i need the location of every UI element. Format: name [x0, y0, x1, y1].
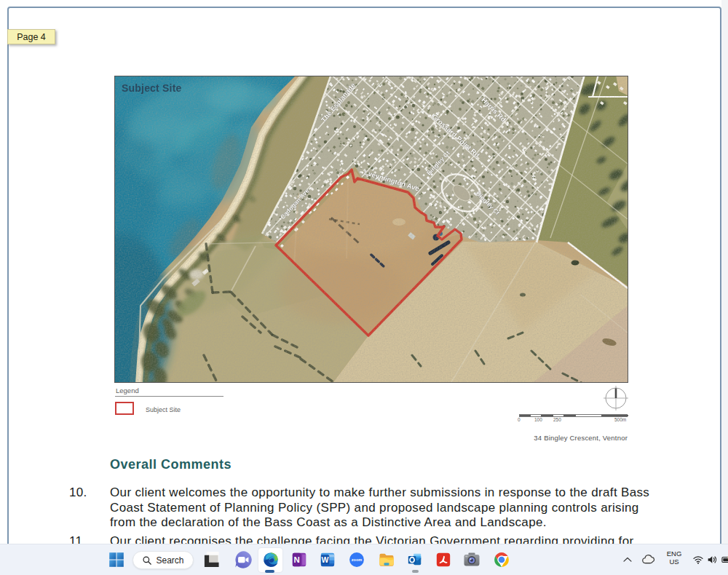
svg-text:N: N	[294, 555, 300, 564]
svg-text:W: W	[322, 555, 329, 564]
svg-text:zoom: zoom	[352, 558, 362, 562]
svg-text:Subject Site: Subject Site	[122, 82, 182, 94]
